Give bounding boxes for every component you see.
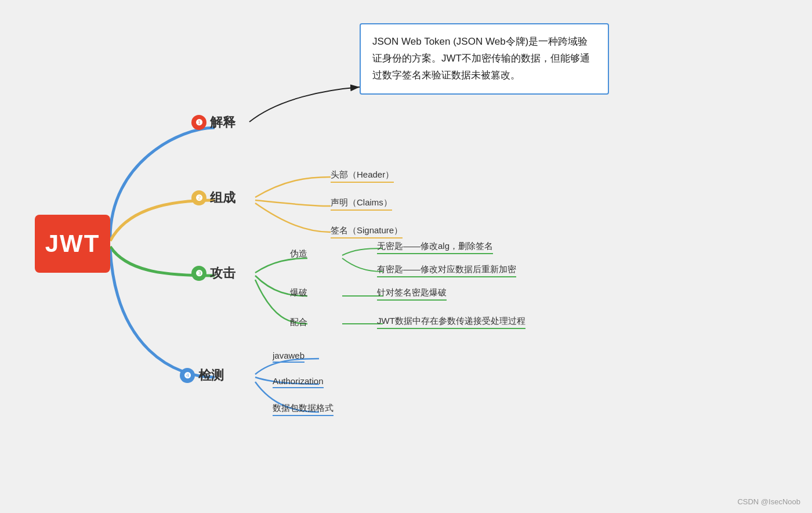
section-2-text: 组成	[210, 189, 235, 207]
section-2-label: ❷ 组成	[191, 189, 235, 207]
callout-text: JSON Web Token (JSON Web令牌)是一种跨域验证身份的方案。…	[372, 36, 590, 81]
forge-label: 伪造	[290, 248, 307, 259]
crack-item: 针对签名密匙爆破	[377, 287, 447, 301]
claims-item: 声明（Claims）	[331, 197, 392, 211]
watermark: CSDN @IsecNoob	[737, 497, 800, 506]
combine-item: JWT数据中存在参数传递接受处理过程	[377, 316, 525, 329]
crack-label: 爆破	[290, 287, 307, 298]
forge-item-2: 有密匙——修改对应数据后重新加密	[377, 264, 516, 277]
data-format-item: 数据包数据格式	[273, 403, 334, 416]
javaweb-item: javaweb	[273, 351, 304, 363]
combine-label: 配合	[290, 317, 307, 328]
section-3-text: 攻击	[210, 265, 235, 282]
section-1-text: 解释	[210, 114, 235, 131]
mind-map-canvas: JWT JSON Web Token (JSON Web令牌)是一种跨域验证身份…	[0, 0, 812, 513]
section-3-label: ❸ 攻击	[191, 265, 235, 282]
section-1-label: ❶ 解释	[191, 114, 235, 131]
header-item: 头部（Header）	[331, 169, 394, 183]
section-2-num: ❷	[191, 190, 206, 205]
section-1-num: ❶	[191, 115, 206, 130]
section-3-num: ❸	[191, 266, 206, 281]
section-4-text: 检测	[198, 367, 224, 384]
section-4-num: ❹	[180, 368, 195, 383]
authorization-item: Authorization	[273, 376, 324, 388]
section-4-label: ❹ 检测	[180, 367, 224, 384]
jwt-node: JWT	[35, 215, 110, 273]
forge-item-1: 无密匙——修改alg，删除签名	[377, 241, 493, 254]
callout-box: JSON Web Token (JSON Web令牌)是一种跨域验证身份的方案。…	[360, 23, 609, 95]
jwt-label: JWT	[45, 230, 100, 258]
signature-item: 签名（Signature）	[331, 225, 403, 239]
